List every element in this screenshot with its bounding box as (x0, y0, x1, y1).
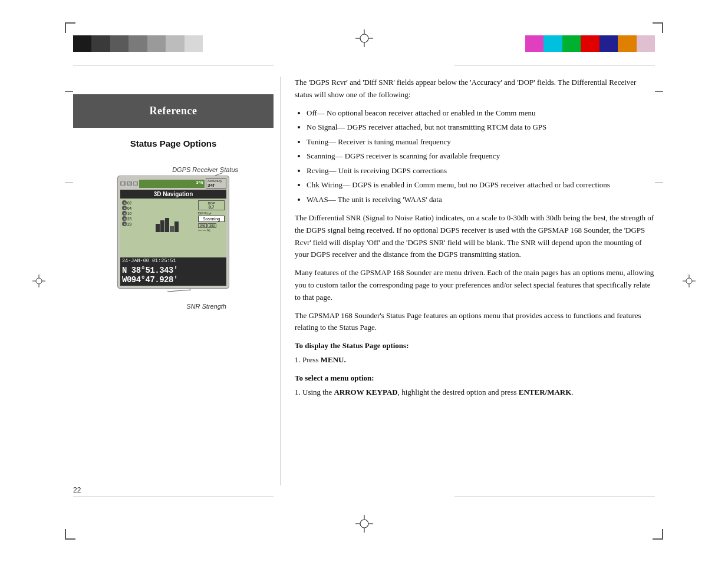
color-bar-right (525, 35, 655, 52)
tick-left-mid (65, 183, 73, 183)
crosshair-left-icon (32, 275, 45, 287)
corner-tl (65, 22, 75, 33)
tick-left-top (65, 91, 73, 92)
paragraph-3: Many features of the GPSMAP 168 Sounder … (295, 267, 655, 303)
gps-screen-body: ⊕ 02 ⊕ 04 ⊕ 10 ⊕ 25 (120, 199, 226, 257)
svg-point-0 (360, 34, 368, 42)
bullet-2: No Signal— DGPS receiver attached, but n… (307, 121, 655, 133)
step-2: 1. Using the ARROW KEYPAD, highlight the… (295, 386, 655, 398)
tick-right-mid (655, 183, 663, 183)
step-2-mid: , highlight the desired option and press (398, 388, 519, 396)
snr-label: SNR Strength (120, 303, 226, 310)
corner-tr (653, 22, 663, 33)
tick-right-top (655, 91, 663, 92)
crosshair-bottom-icon (355, 515, 373, 533)
gps-coord2: W094°47.928' (122, 275, 225, 285)
step-2-end: . (571, 388, 573, 396)
paragraph-2: The Differential SNR (Signal to Noise Ra… (295, 212, 655, 261)
gps-figure: DGPS Receiver Status E N E 346 Accuracy … (73, 166, 274, 310)
step-2-arrow-keypad: ARROW KEYPAD (334, 388, 397, 396)
gps-coord1: N 38°51.343' (122, 266, 225, 275)
bullet-3: Tuning— Receiver is tuning manual freque… (307, 136, 655, 148)
reference-box: Reference (73, 94, 274, 128)
step-2-prefix: 1. Using the (295, 388, 334, 396)
corner-br (653, 529, 663, 540)
bullet-4: Scanning— DGPS receiver is scanning for … (307, 150, 655, 162)
hrule-top-left (73, 65, 274, 65)
bullet-6: Chk Wiring— DGPS is enabled in Comm menu… (307, 179, 655, 191)
crosshair-top-icon (355, 29, 373, 47)
bullet-1: Off— No optional beacon receiver attache… (307, 107, 655, 119)
gps-coords: N 38°51.343' W094°47.928' (120, 265, 226, 286)
crosshair-right-icon (683, 275, 696, 287)
gps-date-row: 24-JAN-00 01:25:51 (120, 257, 226, 265)
gps-screen-header: 3D Navigation (120, 190, 226, 199)
svg-point-10 (36, 278, 42, 284)
intro-paragraph: The 'DGPS Rcvr' and 'Diff SNR' fields ap… (295, 77, 655, 101)
hrule-bottom-right (454, 497, 655, 497)
step-2-enter-mark: ENTER/MARK (519, 388, 572, 396)
status-page-title: Status Page Options (73, 138, 274, 148)
page-number: 22 (73, 486, 81, 494)
snr-arrow (108, 289, 238, 300)
step-1-menu: MENU. (321, 355, 346, 364)
right-panel: The 'DGPS Rcvr' and 'Diff SNR' fields ap… (295, 77, 655, 485)
hrule-top-right (454, 65, 655, 65)
hrule-bottom-left (73, 497, 274, 497)
step-1-prefix: 1. Press (295, 355, 321, 364)
bullet-5: Rcving— Unit is receiving DGPS correctio… (307, 165, 655, 177)
heading-1: To display the Status Page options: (295, 340, 655, 352)
svg-point-5 (360, 520, 368, 528)
left-panel: Reference Status Page Options DGPS Recei… (73, 77, 274, 485)
bullet-list: Off— No optional beacon receiver attache… (307, 107, 655, 206)
svg-point-15 (686, 278, 692, 284)
gps-device: E N E 346 Accuracy 34f 3D Navigation (117, 176, 229, 289)
bullet-7: WAAS— The unit is receiving 'WAAS' data (307, 194, 655, 206)
gps-scanning-indicator: Scanning (198, 216, 225, 222)
heading-2: To select a menu option: (295, 372, 655, 384)
step-1: 1. Press MENU. (295, 354, 655, 366)
paragraph-4: The GPSMAP 168 Sounder's Status Page fea… (295, 310, 655, 335)
reference-label: Reference (149, 105, 197, 117)
color-bar-left (73, 35, 203, 52)
svg-line-21 (167, 290, 191, 292)
vertical-divider (280, 77, 281, 485)
corner-bl (65, 529, 75, 540)
